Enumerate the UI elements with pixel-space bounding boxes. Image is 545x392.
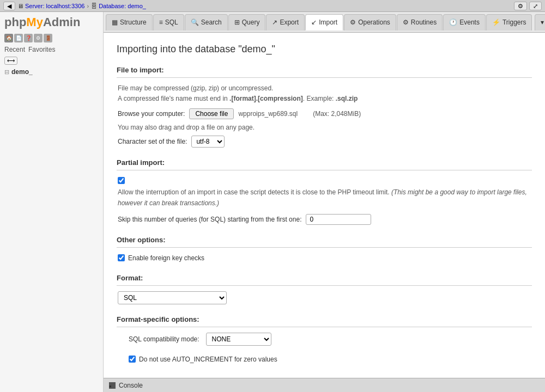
auto-increment-label: Do not use AUTO_INCREMENT for zero value… bbox=[139, 354, 277, 364]
tab-query[interactable]: ⊞ Query bbox=[228, 14, 266, 30]
resize-button[interactable]: ⤢ bbox=[529, 2, 542, 10]
skip-label: Skip this number of queries (for SQL) st… bbox=[118, 216, 301, 223]
content-area: ▦ Structure ≡ SQL 🔍 Search ⊞ Query ↗ Exp… bbox=[104, 12, 545, 392]
auto-increment-checkbox[interactable] bbox=[129, 356, 136, 363]
auto-increment-row: Do not use AUTO_INCREMENT for zero value… bbox=[129, 354, 531, 364]
format-section: Format: SQL CSV CSV using LOAD DATA JSON bbox=[117, 274, 532, 304]
console-label[interactable]: Console bbox=[119, 382, 143, 389]
logo-icons-row: 🏠 📄 ❓ ⚙ 🚪 bbox=[0, 33, 103, 44]
foreign-key-label: Enable foreign key checks bbox=[128, 253, 204, 263]
skip-queries-input[interactable] bbox=[306, 214, 371, 225]
tabs-bar: ▦ Structure ≡ SQL 🔍 Search ⊞ Query ↗ Exp… bbox=[104, 12, 545, 33]
search-tab-label: Search bbox=[201, 19, 222, 26]
back-button[interactable]: ◀ bbox=[3, 2, 15, 10]
sidebar-logo: phpMyAdmin bbox=[0, 12, 103, 33]
help-icon[interactable]: ❓ bbox=[24, 34, 33, 42]
partial-import-header: Partial import: bbox=[117, 158, 532, 170]
file-to-import-section: File to import: File may be compressed (… bbox=[117, 66, 532, 148]
partial-import-checkbox[interactable] bbox=[118, 177, 125, 184]
db-name[interactable]: demo_ bbox=[11, 68, 33, 76]
logout-icon[interactable]: 🚪 bbox=[44, 34, 52, 42]
routines-tab-label: Routines bbox=[411, 19, 437, 26]
structure-tab-icon: ▦ bbox=[112, 19, 118, 26]
toggle-button[interactable]: ⟷ bbox=[4, 57, 17, 65]
page-title: Importing into the database "demo_" bbox=[117, 44, 532, 55]
import-tab-label: Import bbox=[319, 19, 337, 26]
db-label[interactable]: Database: demo_ bbox=[99, 3, 146, 9]
settings-button[interactable]: ⚙ bbox=[514, 2, 527, 10]
docs-icon[interactable]: 📄 bbox=[14, 34, 23, 42]
tab-search[interactable]: 🔍 Search bbox=[185, 14, 228, 30]
export-tab-label: Export bbox=[280, 19, 299, 26]
file-info-line2: A compressed file's name must end in .[f… bbox=[118, 94, 531, 104]
logo-php: php bbox=[4, 15, 26, 29]
sql-compat-select[interactable]: NONE ANSI DB2 MAXDB MYSQL323 MYSQL40 MSS… bbox=[206, 333, 271, 346]
operations-tab-label: Operations bbox=[358, 19, 390, 26]
query-tab-label: Query bbox=[242, 19, 260, 26]
sidebar-nav: Recent Favorites bbox=[0, 44, 103, 56]
logo-admin: Admin bbox=[43, 15, 80, 29]
other-options-section: Other options: Enable foreign key checks bbox=[117, 236, 532, 263]
sidebar-toggle: ⟷ bbox=[0, 56, 103, 66]
page-content: Importing into the database "demo_" File… bbox=[104, 33, 545, 378]
sql-compat-row: SQL compatibility mode: NONE ANSI DB2 MA… bbox=[129, 333, 531, 346]
tab-export[interactable]: ↗ Export bbox=[266, 14, 305, 30]
tab-import[interactable]: ↙ Import bbox=[305, 14, 343, 30]
operations-tab-icon: ⚙ bbox=[350, 19, 356, 26]
charset-row: Character set of the file: utf-8 latin1 … bbox=[118, 136, 531, 148]
main-layout: phpMyAdmin 🏠 📄 ❓ ⚙ 🚪 Recent Favorites ⟷ … bbox=[0, 12, 545, 392]
server-label[interactable]: Server: localhost:3306 bbox=[25, 3, 84, 9]
structure-tab-label: Structure bbox=[120, 19, 147, 26]
sql-compat-label: SQL compatibility mode: bbox=[129, 335, 199, 343]
tab-structure[interactable]: ▦ Structure bbox=[106, 14, 153, 30]
tab-sql[interactable]: ≡ SQL bbox=[153, 14, 184, 30]
settings-icon[interactable]: ⚙ bbox=[34, 34, 43, 42]
file-max: (Max: 2,048MiB) bbox=[313, 110, 361, 118]
browse-label: Browse your computer: bbox=[118, 110, 185, 118]
logo-my: My bbox=[26, 15, 43, 29]
nav-favorites[interactable]: Favorites bbox=[28, 46, 55, 53]
export-tab-icon: ↗ bbox=[272, 19, 277, 26]
format-specific-section: Format-specific options: SQL compatibili… bbox=[117, 315, 532, 367]
more-tab-icon: ▾ bbox=[541, 19, 544, 26]
format-content: SQL CSV CSV using LOAD DATA JSON bbox=[117, 291, 532, 304]
nav-recent[interactable]: Recent bbox=[4, 46, 25, 53]
tab-events[interactable]: 🕐 Events bbox=[443, 14, 486, 30]
triggers-tab-label: Triggers bbox=[502, 19, 526, 26]
events-tab-icon: 🕐 bbox=[449, 19, 457, 26]
browse-row: Browse your computer: Choose file wpproi… bbox=[118, 108, 531, 119]
format-specific-content: SQL compatibility mode: NONE ANSI DB2 MA… bbox=[117, 333, 532, 367]
foreign-key-checkbox[interactable] bbox=[118, 254, 125, 261]
breadcrumb-db: 🗄 Database: demo_ bbox=[91, 3, 146, 9]
events-tab-label: Events bbox=[459, 19, 480, 26]
server-icon: 🖥 bbox=[17, 3, 23, 9]
breadcrumb-server: 🖥 Server: localhost:3306 bbox=[17, 3, 84, 9]
other-options-content: Enable foreign key checks bbox=[117, 253, 532, 263]
sidebar: phpMyAdmin 🏠 📄 ❓ ⚙ 🚪 Recent Favorites ⟷ … bbox=[0, 12, 104, 392]
tab-more[interactable]: ▾ More bbox=[535, 14, 545, 30]
tab-triggers[interactable]: ⚡ Triggers bbox=[486, 14, 532, 30]
choose-file-button[interactable]: Choose file bbox=[189, 108, 234, 119]
drag-drop-text: You may also drag and drop a file on any… bbox=[118, 124, 531, 131]
charset-label: Character set of the file: bbox=[118, 138, 187, 145]
sql-tab-icon: ≡ bbox=[159, 19, 163, 26]
logo-text: phpMyAdmin bbox=[4, 15, 80, 29]
partial-import-content: Allow the interruption of an import in c… bbox=[117, 176, 532, 224]
file-info-line1: File may be compressed (gzip, zip) or un… bbox=[118, 83, 531, 94]
db-icon: ⊟ bbox=[4, 69, 9, 76]
query-tab-icon: ⊞ bbox=[234, 19, 240, 26]
file-to-import-content: File may be compressed (gzip, zip) or un… bbox=[117, 83, 532, 148]
home-icon[interactable]: 🏠 bbox=[4, 34, 13, 42]
other-options-header: Other options: bbox=[117, 236, 532, 248]
tab-operations[interactable]: ⚙ Operations bbox=[344, 14, 396, 30]
routines-tab-icon: ⚙ bbox=[403, 19, 409, 26]
file-to-import-header: File to import: bbox=[117, 66, 532, 78]
format-select[interactable]: SQL CSV CSV using LOAD DATA JSON bbox=[118, 291, 227, 304]
charset-select[interactable]: utf-8 latin1 utf-16 bbox=[191, 136, 225, 148]
partial-import-section: Partial import: Allow the interruption o… bbox=[117, 158, 532, 224]
file-name: wpproips_wp689.sql bbox=[238, 110, 298, 118]
sql-tab-label: SQL bbox=[165, 19, 178, 26]
tab-routines[interactable]: ⚙ Routines bbox=[397, 14, 443, 30]
console-icon: ▪ bbox=[109, 382, 116, 389]
search-tab-icon: 🔍 bbox=[191, 19, 199, 26]
